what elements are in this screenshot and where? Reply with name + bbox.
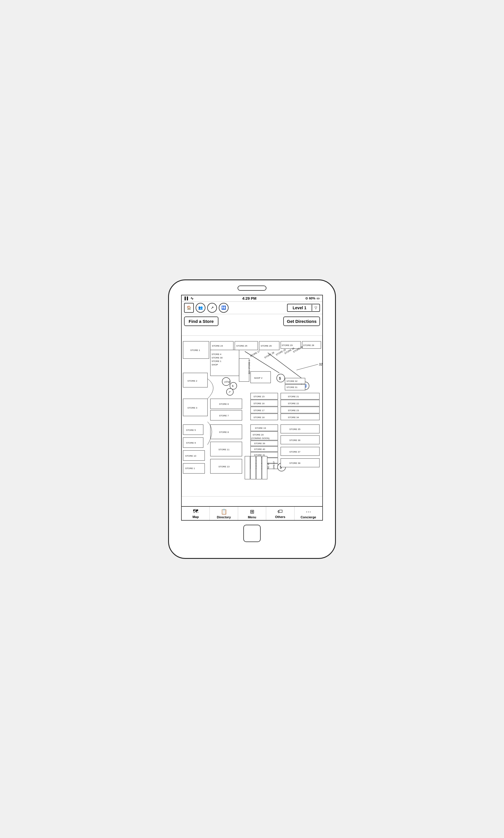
svg-text:STORE 40: STORE 40 (254, 448, 265, 450)
nav-bar: 🏠 👥 ↗ 🚻 Level 1 ▽ (182, 302, 322, 314)
find-store-button[interactable]: Find a Store (184, 316, 218, 326)
svg-text:STORE 23: STORE 23 (288, 409, 299, 412)
escalator-icon: ↗ (211, 305, 214, 310)
tab-others-label: Others (275, 515, 285, 519)
home-nav-button[interactable]: 🏠 (184, 303, 194, 313)
level-dropdown-arrow[interactable]: ▽ (311, 304, 319, 311)
restroom-nav-button[interactable]: 🚻 (219, 303, 229, 313)
tab-concierge-label: Concierge (301, 516, 316, 519)
svg-text:$: $ (279, 376, 281, 380)
svg-text:STORE 10: STORE 10 (185, 455, 196, 457)
signal-bars-icon: ▌▌ (185, 297, 189, 300)
status-left: ▌▌ ∿ (185, 296, 194, 300)
directory-tab-icon: 📋 (221, 508, 227, 515)
svg-text:STORE 11: STORE 11 (218, 448, 230, 451)
svg-text:STORE 24: STORE 24 (212, 344, 223, 347)
tab-concierge[interactable]: ⋯ Concierge (294, 507, 322, 520)
svg-text:STORE 21: STORE 21 (288, 395, 299, 398)
svg-text:STORE 22: STORE 22 (288, 402, 299, 404)
svg-text:STORE 25: STORE 25 (236, 344, 247, 347)
wifi-icon: ∿ (191, 296, 194, 300)
concierge-tab-icon: ⋯ (306, 508, 311, 515)
svg-rect-57 (281, 400, 319, 406)
restroom-icon: 🚻 (221, 305, 226, 310)
svg-text:$: $ (232, 384, 234, 387)
svg-text:STORE 2: STORE 2 (187, 379, 197, 382)
svg-text:STORE 16: STORE 16 (253, 402, 265, 404)
svg-text:(COMING SOON): (COMING SOON) (251, 437, 270, 439)
escalator-nav-button[interactable]: ↗ (207, 303, 217, 313)
svg-text:STORE 37: STORE 37 (289, 450, 300, 453)
svg-text:STORE 8: STORE 8 (219, 431, 229, 434)
svg-text:STORE 1: STORE 1 (185, 467, 195, 470)
svg-text:BIG STORE 1: BIG STORE 1 (248, 359, 251, 374)
svg-text:STORE 38: STORE 38 (289, 462, 301, 465)
get-directions-button[interactable]: Get Directions (283, 316, 320, 326)
svg-rect-29 (239, 359, 249, 381)
home-button[interactable] (243, 525, 261, 542)
svg-text:SHOP: SHOP (212, 363, 218, 366)
svg-text:STORE 1: STORE 1 (212, 360, 221, 363)
svg-rect-112 (262, 456, 267, 479)
svg-text:STORE 36: STORE 36 (289, 439, 301, 441)
svg-text:STORE 3: STORE 3 (187, 406, 197, 409)
svg-text:STORE 13: STORE 13 (218, 465, 230, 468)
menu-tab-icon: ⊞ (250, 508, 254, 515)
svg-text:STORE 18: STORE 18 (253, 416, 265, 418)
svg-text:STORE 28: STORE 28 (303, 344, 314, 346)
map-area: Find a Store Get Directions .store-text … (182, 314, 322, 506)
tab-others[interactable]: 🏷 Others (266, 507, 294, 520)
svg-text:STORE 20: STORE 20 (253, 434, 264, 436)
tab-menu[interactable]: ⊞ Menu (238, 507, 266, 520)
phone-frame: ▌▌ ∿ 4:29 PM ⊙ 60% ▭ 🏠 👥 ↗ 🚻 (168, 279, 336, 559)
status-right: ⊙ 60% ▭ (305, 297, 319, 300)
svg-text:STORE 41: STORE 41 (254, 453, 265, 456)
svg-text:STORE 4: STORE 4 (212, 353, 221, 355)
people-nav-button[interactable]: 👥 (196, 303, 205, 313)
tab-menu-label: Menu (248, 516, 256, 519)
svg-text:STORE 7: STORE 7 (219, 414, 229, 417)
svg-text:STORE 34: STORE 34 (288, 416, 299, 418)
tab-directory-label: Directory (217, 516, 231, 519)
svg-rect-61 (281, 414, 319, 420)
phone-speaker (237, 285, 267, 291)
svg-text:STORE 19: STORE 19 (255, 427, 266, 430)
svg-text:STORE 6: STORE 6 (219, 402, 229, 405)
svg-text:STORE 35: STORE 35 (289, 428, 301, 431)
mall-map-svg: .store-text { font-size: 8px; font-famil… (182, 326, 322, 506)
svg-rect-55 (281, 393, 319, 399)
svg-text:SHOP 2: SHOP 2 (254, 377, 263, 379)
level-selector[interactable]: Level 1 ▽ (287, 304, 320, 312)
svg-text:STORE 1: STORE 1 (191, 349, 200, 351)
svg-text:ATM: ATM (224, 380, 230, 383)
svg-text:320: 320 (319, 363, 322, 366)
svg-text:STORE 31: STORE 31 (286, 386, 298, 389)
svg-text:STORE 15: STORE 15 (253, 395, 265, 398)
map-tab-icon: 🗺 (193, 508, 198, 514)
battery-percent: 60% (309, 297, 316, 300)
svg-text:STORE 26: STORE 26 (261, 344, 272, 347)
status-time: 4:29 PM (242, 296, 256, 300)
svg-rect-59 (281, 406, 319, 413)
svg-text:STORE 29: STORE 29 (282, 344, 293, 346)
tab-directory[interactable]: 📋 Directory (210, 507, 238, 520)
svg-text:STORE 9: STORE 9 (186, 441, 196, 444)
battery-icon: ▭ (317, 297, 319, 300)
tab-bar: 🗺 Map 📋 Directory ⊞ Menu 🏷 Others ⋯ Conc… (182, 506, 322, 520)
people-icon: 👥 (198, 305, 203, 310)
svg-text:STORE 32: STORE 32 (286, 380, 298, 382)
tab-map[interactable]: 🗺 Map (182, 507, 210, 520)
others-tab-icon: 🏷 (277, 508, 283, 514)
svg-text:STORE 17: STORE 17 (253, 409, 265, 412)
tab-map-label: Map (193, 515, 199, 519)
level-label: Level 1 (288, 304, 311, 311)
home-icon: 🏠 (186, 305, 191, 310)
svg-text:STORE 39: STORE 39 (254, 442, 265, 444)
svg-rect-108 (251, 456, 256, 479)
status-bar: ▌▌ ∿ 4:29 PM ⊙ 60% ▭ (182, 295, 322, 302)
svg-text:DRE 47: DRE 47 (272, 461, 275, 469)
svg-text:STORE 5: STORE 5 (186, 429, 196, 432)
phone-screen: ▌▌ ∿ 4:29 PM ⊙ 60% ▭ 🏠 👥 ↗ 🚻 (181, 295, 323, 521)
svg-text:STORE 30: STORE 30 (212, 356, 223, 359)
clock-icon: ⊙ (305, 297, 308, 300)
